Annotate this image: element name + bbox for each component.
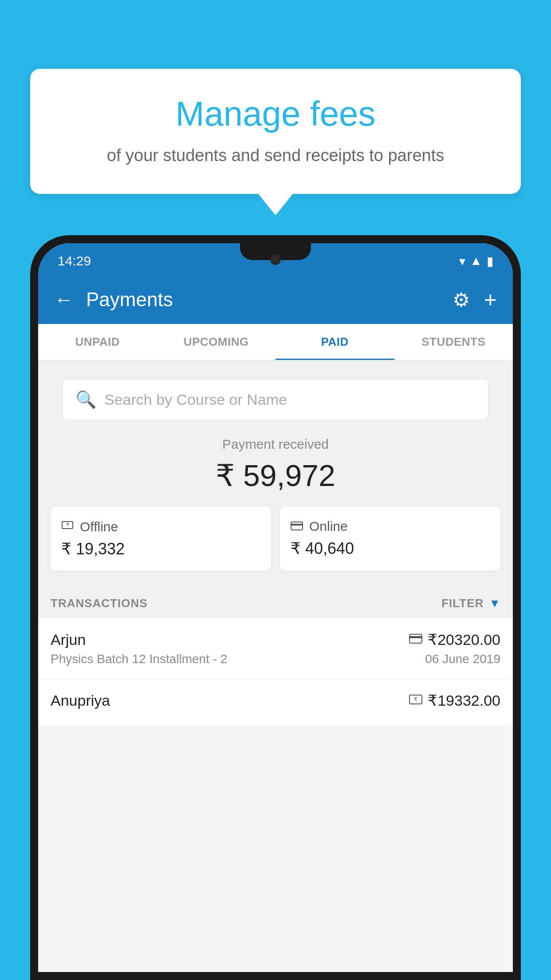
tab-bar: UNPAID UPCOMING PAID STUDENTS [38,324,513,360]
offline-payment-icon: ₹ [409,695,422,706]
filter-icon: ▼ [489,597,500,610]
online-payment-icon [409,634,422,645]
tab-unpaid[interactable]: UNPAID [38,324,157,360]
transaction-amount-container: ₹ ₹19332.00 [409,692,500,709]
tooltip-title: Manage fees [57,93,494,135]
tab-students[interactable]: STUDENTS [394,324,513,360]
phone-mockup: 14:29 ▾ ▲ ▮ ← Payments ⚙ + [30,235,521,980]
tooltip-bubble: Manage fees of your students and send re… [30,69,521,194]
svg-text:₹: ₹ [414,696,417,703]
status-icons: ▾ ▲ ▮ [459,254,493,269]
transactions-label: TRANSACTIONS [51,597,148,610]
filter-button[interactable]: FILTER ▼ [441,597,500,610]
offline-icon: ₹ [61,519,74,534]
app-bar: ← Payments ⚙ + [38,275,513,324]
transaction-detail: Physics Batch 12 Installment - 2 [51,652,227,666]
online-label: Online [309,519,348,534]
svg-rect-2 [291,522,303,530]
app-bar-title: Payments [86,288,173,311]
payment-summary: Payment received ₹ 59,972 ₹ [38,419,513,584]
transaction-amount: ₹20320.00 [428,631,500,648]
back-button[interactable]: ← [54,288,74,311]
search-bar[interactable]: 🔍 Search by Course or Name [63,380,488,419]
offline-card: ₹ Offline ₹ 19,332 [51,506,271,571]
add-icon[interactable]: + [484,287,497,312]
online-card: Online ₹ 40,640 [280,506,500,571]
transaction-date: 06 June 2019 [425,652,500,666]
transaction-name: Arjun [51,631,86,648]
svg-rect-3 [291,524,303,526]
svg-rect-4 [409,634,422,643]
gear-icon[interactable]: ⚙ [453,288,470,311]
online-amount: ₹ 40,640 [291,539,354,558]
offline-amount: ₹ 19,332 [61,540,125,558]
transaction-amount-container: ₹20320.00 [409,631,500,648]
transaction-name: Anupriya [51,692,110,709]
tab-paid[interactable]: PAID [276,324,394,360]
transactions-header: TRANSACTIONS FILTER ▼ [38,584,513,618]
wifi-icon: ▾ [459,254,465,269]
search-icon: 🔍 [75,390,96,409]
offline-label: Offline [80,519,118,534]
payment-cards: ₹ Offline ₹ 19,332 [51,506,500,571]
signal-icon: ▲ [470,254,482,268]
tooltip-subtitle: of your students and send receipts to pa… [57,144,494,167]
payment-received-label: Payment received [51,437,500,452]
app-bar-left: ← Payments [54,288,173,311]
tab-upcoming[interactable]: UPCOMING [157,324,276,360]
transaction-row[interactable]: Anupriya ₹ ₹19332.00 [38,679,513,726]
online-icon [291,519,303,533]
phone-screen: 14:29 ▾ ▲ ▮ ← Payments ⚙ + [38,243,513,972]
filter-label: FILTER [441,597,484,610]
phone-camera [270,254,281,265]
total-amount: ₹ 59,972 [51,458,500,493]
battery-icon: ▮ [487,254,493,269]
search-placeholder-text: Search by Course or Name [104,391,287,408]
phone-notch [240,243,311,260]
transactions-list: Arjun ₹20320.00 [38,618,513,726]
svg-text:₹: ₹ [66,522,69,527]
transaction-amount: ₹19332.00 [428,692,500,709]
app-bar-right: ⚙ + [453,287,497,312]
status-time: 14:29 [58,253,91,269]
svg-rect-5 [409,636,422,638]
transaction-row[interactable]: Arjun ₹20320.00 [38,618,513,679]
